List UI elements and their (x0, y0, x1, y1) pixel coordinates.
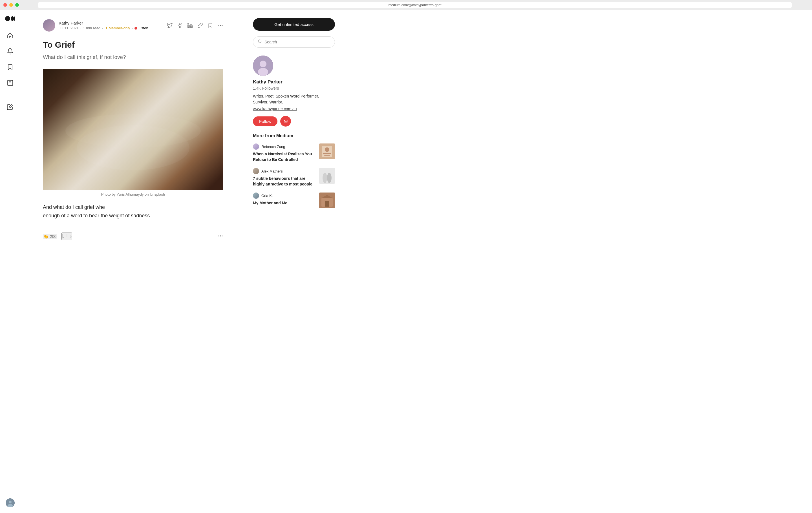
card-author-name-1: Rebecca Zung (261, 145, 285, 149)
svg-rect-29 (319, 168, 335, 184)
card-author-avatar-3 (253, 192, 259, 199)
recommended-article-3[interactable]: Orla K. My Mother and Me (253, 192, 335, 208)
svg-point-11 (219, 25, 219, 26)
author-avatar[interactable] (43, 19, 55, 32)
card-title-1: When a Narcissist Realizes You Refuse to… (253, 151, 316, 162)
right-sidebar: Get unlimited access Kathy Parker 1.4K F… (246, 10, 342, 513)
svg-point-17 (220, 235, 221, 236)
member-badge: ✦ Member-only (105, 26, 130, 30)
app: Kathy Parker Jul 11, 2021 · 1 min read ·… (0, 10, 812, 513)
listen-button[interactable]: Listen (135, 26, 148, 30)
follow-button[interactable]: Follow (253, 116, 278, 126)
svg-point-2 (14, 17, 15, 21)
card-thumb-1 (319, 144, 335, 159)
comment-button[interactable]: 5 (61, 233, 72, 240)
search-input[interactable] (264, 40, 330, 44)
card-author-avatar-2 (253, 168, 259, 174)
comment-icon (62, 233, 68, 240)
share-linkedin-icon[interactable] (187, 23, 193, 28)
subscribe-button[interactable]: ✉ (280, 116, 291, 126)
svg-point-8 (9, 501, 11, 504)
svg-point-26 (325, 147, 329, 152)
card-author-2: Alex Mathers (253, 168, 316, 174)
svg-point-10 (188, 23, 188, 24)
medium-logo[interactable] (5, 16, 15, 22)
image-caption: Photo by Yuris Alhumaydy on Unsplash (43, 192, 223, 197)
sidebar-author-actions: Follow ✉ (253, 116, 335, 126)
recommended-article-2[interactable]: Alex Mathers 7 subtle behaviours that ar… (253, 168, 335, 187)
svg-point-22 (260, 61, 266, 67)
article-meta: Jul 11, 2021 · 1 min read · ✦ Member-onl… (59, 26, 148, 30)
card-title-2: 7 subtle behaviours that are highly attr… (253, 176, 316, 187)
card-author-3: Orla K. (253, 192, 316, 199)
sidebar-item-bookmarks[interactable] (6, 63, 14, 71)
article-main: Kathy Parker Jul 11, 2021 · 1 min read ·… (20, 10, 246, 513)
more-options-icon[interactable] (218, 23, 223, 28)
author-name[interactable]: Kathy Parker (59, 21, 148, 25)
sidebar-author-name[interactable]: Kathy Parker (253, 79, 335, 85)
card-author-name-2: Alex Mathers (261, 169, 283, 173)
get-access-button[interactable]: Get unlimited access (253, 18, 335, 31)
share-facebook-icon[interactable] (177, 23, 183, 28)
sidebar-author-followers: 1.4K Followers (253, 86, 335, 90)
svg-rect-27 (323, 153, 331, 154)
svg-point-9 (8, 504, 13, 507)
sidebar-item-write[interactable] (6, 103, 14, 111)
card-title-3: My Mother and Me (253, 201, 316, 206)
search-icon (258, 39, 262, 45)
svg-point-19 (258, 40, 261, 43)
sidebar-item-home[interactable] (6, 32, 14, 39)
sidebar-item-notifications[interactable] (6, 47, 14, 55)
clap-icon: 👏 (44, 234, 48, 239)
card-thumb-3 (319, 192, 335, 208)
minimize-button[interactable] (9, 3, 13, 7)
user-avatar[interactable] (6, 499, 14, 507)
article-header: Kathy Parker Jul 11, 2021 · 1 min read ·… (43, 19, 223, 32)
more-section-title: More from Medium (253, 133, 335, 139)
sidebar-author-card: Kathy Parker 1.4K Followers Writer. Poet… (253, 56, 335, 126)
author-info: Kathy Parker Jul 11, 2021 · 1 min read ·… (43, 19, 148, 32)
card-author-1: Rebecca Zung (253, 144, 316, 150)
svg-point-18 (222, 235, 223, 236)
article-date: Jul 11, 2021 (59, 26, 79, 30)
article-image-container: Photo by Yuris Alhumaydy on Unsplash (43, 69, 223, 197)
recommended-article-1[interactable]: Rebecca Zung When a Narcissist Realizes … (253, 144, 335, 162)
sidebar-navigation (6, 32, 14, 490)
card-thumb-2 (319, 168, 335, 184)
bookmark-icon[interactable] (207, 23, 213, 28)
search-box (253, 36, 335, 48)
article-image (43, 69, 223, 190)
bottom-more-icon[interactable] (218, 233, 223, 240)
maximize-button[interactable] (15, 3, 19, 7)
svg-point-23 (258, 68, 268, 76)
svg-point-0 (5, 16, 10, 21)
subscribe-icon: ✉ (284, 119, 288, 124)
card-author-avatar-1 (253, 144, 259, 150)
sidebar-author-avatar (253, 56, 273, 76)
article-actions (167, 23, 223, 28)
svg-point-12 (220, 25, 221, 26)
sidebar-author-website[interactable]: www.kathyparker.com.au (253, 107, 297, 111)
svg-rect-28 (324, 155, 330, 156)
svg-point-15 (65, 114, 201, 148)
card-author-name-3: Orla K. (261, 194, 273, 198)
sidebar-item-lists[interactable] (6, 79, 14, 87)
svg-point-31 (327, 173, 331, 183)
svg-point-30 (323, 173, 327, 183)
address-bar: medium.com/@kathyparker/to-grief (38, 2, 792, 8)
svg-point-1 (11, 17, 14, 21)
window-chrome: medium.com/@kathyparker/to-grief (0, 0, 812, 10)
svg-line-20 (261, 42, 262, 43)
sidebar-divider (6, 95, 14, 95)
clap-button[interactable]: 👏 200 (43, 234, 57, 239)
author-meta: Kathy Parker Jul 11, 2021 · 1 min read ·… (59, 21, 148, 30)
svg-rect-35 (325, 201, 329, 207)
article-title: To Grief (43, 39, 223, 50)
share-twitter-icon[interactable] (167, 23, 173, 28)
copy-link-icon[interactable] (197, 23, 203, 28)
listen-dot (135, 27, 137, 30)
svg-point-13 (222, 25, 223, 26)
close-button[interactable] (3, 3, 7, 7)
article-body: And what do I call grief whe enough of a… (43, 203, 223, 220)
svg-point-16 (219, 235, 219, 236)
